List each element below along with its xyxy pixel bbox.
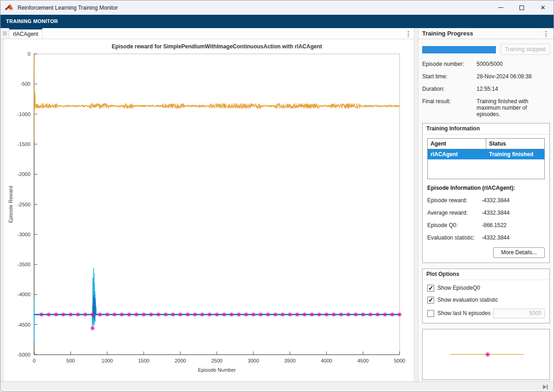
- minimize-icon: [498, 7, 503, 8]
- training-information-section: Training Information Agent Status rlACAg…: [422, 123, 550, 263]
- episode-q0-label: Episode Q0:: [427, 222, 482, 228]
- agent-status-cell: Training finished: [486, 149, 545, 160]
- svg-text:5000: 5000: [394, 358, 405, 363]
- show-evaluation-statistic-checkbox[interactable]: [427, 297, 434, 304]
- show-episodeq0-option[interactable]: Show EpisodeQ0: [427, 285, 545, 292]
- maximize-icon: [519, 6, 524, 10]
- ribbon-tab-training-monitor[interactable]: TRAINING MONITOR: [0, 15, 554, 28]
- episode-information-title: Episode Information (rlACAgent):: [427, 185, 545, 191]
- training-progress-panel: Training Progress ⋮ Training stopped Epi…: [418, 28, 554, 382]
- episode-number-value: 5000/5000: [477, 61, 547, 67]
- last-n-episodes-input[interactable]: [493, 309, 545, 318]
- svg-text:2000: 2000: [175, 358, 186, 363]
- show-evaluation-statistic-label: Show evaluation statistic: [437, 297, 498, 303]
- svg-text:-3500: -3500: [18, 262, 30, 267]
- svg-text:Episode reward for SimplePendl: Episode reward for SimplePendlumWithImag…: [112, 43, 322, 50]
- show-last-n-episodes-label: Show last N episodes: [437, 310, 490, 316]
- agent-name-cell: rlACAgent: [428, 149, 486, 160]
- evaluation-statistic-label: Evaluation statistic:: [427, 234, 482, 241]
- table-row-empty: [428, 159, 545, 179]
- episode-reward-chart: 0500100015002000250030003500400045005000…: [4, 39, 414, 380]
- duration-label: Duration:: [422, 86, 477, 92]
- svg-text:1500: 1500: [138, 358, 149, 363]
- panel-title: Training Progress: [422, 30, 473, 37]
- svg-text:-500: -500: [20, 81, 30, 87]
- training-chart: 0500100015002000250030003500400045005000…: [4, 39, 414, 382]
- training-information-title: Training Information: [423, 123, 549, 135]
- episode-number-label: Episode number:: [422, 61, 477, 67]
- evaluation-statistic-value: -4332.3844: [482, 234, 510, 241]
- agents-table-header-agent: Agent: [428, 139, 486, 149]
- tab-list-icon: [3, 32, 7, 35]
- show-evaluation-statistic-option[interactable]: Show evaluation statistic: [427, 297, 545, 304]
- svg-text:-4500: -4500: [18, 322, 30, 328]
- close-icon: ✕: [541, 4, 546, 11]
- legend-preview-chart: [423, 329, 551, 380]
- svg-text:-3000: -3000: [18, 232, 30, 237]
- tab-rlacagent[interactable]: rlACAgent: [9, 28, 42, 39]
- bottom-status-strip: [0, 381, 554, 392]
- show-last-n-episodes-option[interactable]: Show last N episodes: [427, 309, 545, 318]
- svg-text:Episode Reward: Episode Reward: [8, 186, 13, 223]
- close-button[interactable]: ✕: [532, 0, 554, 15]
- minimize-button[interactable]: [490, 0, 511, 15]
- duration-value: 12:55:14: [477, 86, 547, 92]
- show-episodeq0-label: Show EpisodeQ0: [437, 285, 480, 291]
- svg-text:3500: 3500: [284, 358, 295, 363]
- episode-reward-value: -4332.3844: [482, 197, 510, 204]
- training-stopped-button[interactable]: Training stopped: [501, 44, 550, 55]
- svg-text:-1000: -1000: [18, 111, 30, 117]
- average-reward-value: -4332.3844: [482, 210, 510, 216]
- tab-strip: rlACAgent ⋮: [0, 28, 414, 39]
- start-time-label: Start time:: [422, 73, 477, 80]
- final-result-value: Training finished with maximum number of…: [477, 98, 547, 117]
- tab-list-button[interactable]: [0, 28, 9, 39]
- window-title: Reinforcement Learning Training Monitor: [18, 5, 118, 11]
- svg-text:0: 0: [28, 51, 30, 57]
- document-options-menu-icon[interactable]: ⋮: [403, 28, 414, 39]
- svg-text:4000: 4000: [321, 358, 332, 363]
- svg-text:2500: 2500: [211, 358, 222, 363]
- svg-text:3000: 3000: [248, 358, 259, 363]
- training-progress-bar: [422, 46, 496, 53]
- svg-text:1000: 1000: [101, 358, 112, 363]
- svg-text:-5000: -5000: [18, 352, 30, 357]
- svg-text:0: 0: [33, 358, 35, 363]
- matlab-logo-icon: [5, 4, 14, 12]
- svg-text:-4000: -4000: [18, 292, 30, 297]
- collapse-right-icon[interactable]: [542, 384, 549, 390]
- document-panel: rlACAgent ⋮ 0500100015002000250030003500…: [0, 28, 414, 382]
- legend-preview-box: [422, 329, 550, 380]
- episode-q0-value: -866.1522: [482, 222, 507, 228]
- table-row[interactable]: rlACAgent Training finished: [428, 149, 545, 160]
- svg-text:500: 500: [66, 358, 75, 363]
- show-episodeq0-checkbox[interactable]: [427, 285, 434, 292]
- svg-text:Episode Number: Episode Number: [198, 367, 236, 373]
- maximize-button[interactable]: [511, 0, 532, 15]
- svg-text:-2000: -2000: [18, 171, 30, 177]
- start-time-value: 28-Nov-2024 06:08:38: [477, 73, 547, 80]
- agents-table-header-status: Status: [486, 139, 545, 149]
- svg-text:4500: 4500: [357, 358, 368, 363]
- more-details-button[interactable]: More Details...: [493, 247, 545, 258]
- title-bar: Reinforcement Learning Training Monitor …: [0, 0, 554, 15]
- average-reward-label: Average reward:: [427, 210, 482, 216]
- svg-text:-2500: -2500: [18, 202, 30, 207]
- plot-options-title: Plot Options: [423, 269, 549, 280]
- episode-reward-label: Episode reward:: [427, 197, 482, 204]
- ribbon: TRAINING MONITOR: [0, 15, 554, 28]
- final-result-label: Final result:: [422, 98, 477, 117]
- panel-splitter[interactable]: [414, 28, 418, 382]
- show-last-n-episodes-checkbox[interactable]: [427, 310, 434, 317]
- agents-table: Agent Status rlACAgent Training finished: [427, 138, 545, 179]
- app-window: Reinforcement Learning Training Monitor …: [0, 0, 554, 392]
- svg-text:-1500: -1500: [18, 141, 30, 147]
- plot-options-section: Plot Options Show EpisodeQ0 Show evaluat…: [422, 269, 550, 323]
- panel-options-menu-icon[interactable]: ⋮: [541, 30, 552, 37]
